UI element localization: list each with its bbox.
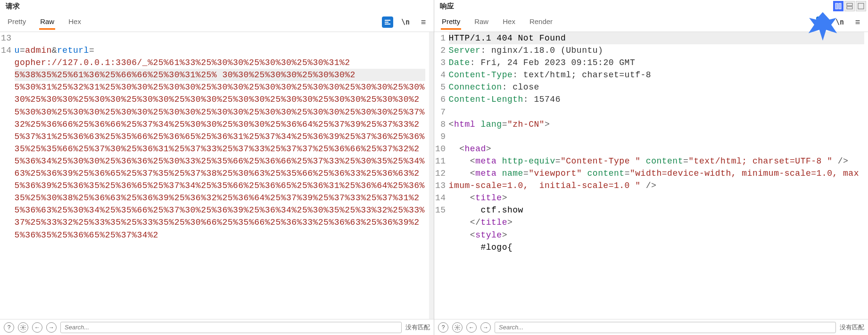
settings-icon[interactable] [18,322,28,333]
request-search-bar: ? ← → 没有匹配 [0,319,434,335]
search-prev-icon[interactable]: ← [466,322,477,333]
search-next-icon[interactable]: → [46,322,57,333]
settings-icon[interactable] [452,322,463,333]
beautify-icon[interactable] [382,16,393,28]
response-search-bar: ? ← → 没有匹配 [434,319,868,335]
request-panel: 请求 Pretty Raw Hex \n ≡ 1314 u=admin&retu… [0,0,434,335]
search-next-icon[interactable]: → [480,322,491,333]
request-search-input[interactable] [60,322,402,333]
svg-rect-0 [835,3,838,9]
svg-rect-4 [858,3,864,9]
request-nomatch-label: 没有匹配 [405,323,430,332]
options-icon[interactable]: ≡ [852,16,863,28]
svg-rect-3 [847,7,852,9]
tab-pretty[interactable]: Pretty [7,15,27,30]
search-prev-icon[interactable]: ← [32,322,42,333]
options-icon[interactable]: ≡ [418,16,429,28]
svg-point-6 [456,327,458,328]
response-editor[interactable]: 123456789101112131415 HTTP/1.1 404 Not F… [434,32,868,319]
response-tabs: Pretty Raw Hex Render [438,13,556,32]
request-title: 请求 [6,2,20,11]
help-icon[interactable]: ? [438,322,448,333]
tab-raw[interactable]: Raw [473,15,489,30]
bird-logo-icon [806,9,840,45]
response-panel: 响应 Pretty Raw Hex Render \n ≡ 1234567891… [434,0,868,335]
svg-rect-2 [847,3,852,6]
response-title: 响应 [440,2,454,11]
tab-hex[interactable]: Hex [502,15,516,30]
svg-point-5 [22,327,24,328]
stack-view-button[interactable] [844,1,855,11]
scrollbar[interactable] [429,32,434,319]
response-search-input[interactable] [495,322,836,333]
tab-hex[interactable]: Hex [67,15,82,30]
wrap-toggle-icon[interactable]: \n [400,16,411,28]
request-editor[interactable]: 1314 u=admin&returl= gopher://127.0.0.1:… [0,32,434,319]
tab-raw[interactable]: Raw [39,15,55,30]
help-icon[interactable]: ? [4,322,14,333]
request-tabs: Pretty Raw Hex [4,13,85,32]
tab-pretty[interactable]: Pretty [441,15,461,30]
tab-render[interactable]: Render [529,15,554,30]
svg-rect-1 [839,3,841,9]
single-view-button[interactable] [856,1,866,11]
response-nomatch-label: 没有匹配 [840,323,864,332]
